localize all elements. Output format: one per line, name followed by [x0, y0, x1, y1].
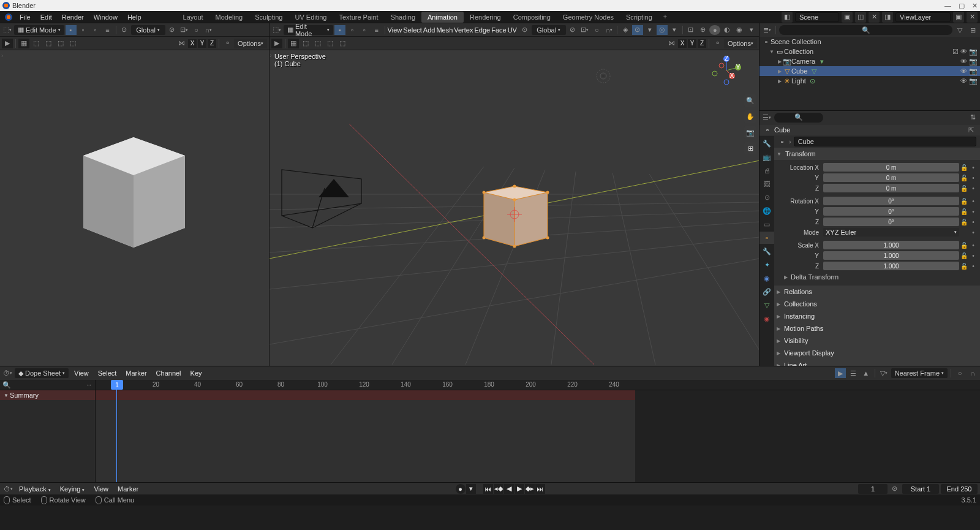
tab-particle-icon[interactable]: ✦	[760, 259, 774, 271]
collapse-icon[interactable]: ↔	[86, 381, 92, 388]
menu-icon[interactable]: ≡	[102, 25, 113, 35]
rotation-mode[interactable]: XYZ Euler▾	[823, 228, 959, 237]
automerge-icon-c[interactable]: ⚬	[712, 39, 723, 48]
viewlayer-del-icon[interactable]: ✕	[967, 12, 978, 23]
rot-x[interactable]: 0°	[823, 197, 959, 205]
proportional-icon[interactable]: ○	[191, 25, 202, 35]
sect-visibility[interactable]: ▶Visibility	[774, 335, 980, 347]
orientation-center[interactable]: Global ▾	[532, 25, 566, 35]
viewlayer-browse-icon[interactable]: ◨	[882, 12, 893, 23]
props-search[interactable]: 🔍	[774, 113, 823, 123]
dot-icon[interactable]: •	[969, 173, 978, 182]
dope-summ-icon[interactable]: ☰	[848, 368, 859, 378]
tab-constraint-icon[interactable]: 🔗	[760, 286, 774, 298]
maximize-button[interactable]: ▢	[959, 2, 965, 10]
proportional-type-icon-c[interactable]: ∩▾	[603, 25, 614, 35]
proportional-type-icon[interactable]: ∩▾	[203, 25, 214, 35]
xray-toggle-icon[interactable]: ⊡	[685, 25, 696, 35]
render-icon[interactable]: 📷	[969, 67, 978, 75]
viewlayer-new-icon[interactable]: ▣	[953, 12, 964, 23]
vis-gizmo-icon[interactable]: ◈	[620, 25, 631, 35]
scene-copy-icon[interactable]: ◫	[855, 12, 866, 23]
split-handle-icon[interactable]: ‹›	[270, 52, 272, 59]
tab-uvediting[interactable]: UV Editing	[288, 12, 333, 23]
mode-selector-left[interactable]: ▦ Edit Mode ▾	[14, 25, 64, 35]
render-icon[interactable]: 📷	[969, 48, 978, 56]
view-menu-vertex[interactable]: Vertex	[454, 26, 473, 34]
props-options-icon[interactable]: ⇅	[967, 113, 978, 123]
view-menu-face[interactable]: Face	[491, 26, 506, 34]
sel-d-icon[interactable]: ⬚	[67, 39, 78, 48]
delta-transform[interactable]: ▶Delta Transform	[777, 271, 978, 282]
loc-y[interactable]: 0 m	[823, 173, 959, 182]
new-collection-icon[interactable]: ⊞	[967, 25, 978, 35]
lock-icon[interactable]: 🔓	[960, 163, 968, 172]
outliner-cube[interactable]: ▶ ▽ Cube ▽ 👁📷	[760, 66, 980, 76]
disclosure-icon[interactable]: ▶	[778, 59, 782, 64]
dot-icon[interactable]: •	[969, 197, 978, 205]
lock-icon[interactable]: 🔓	[960, 262, 968, 270]
sel-1-icon-c[interactable]: ⬚	[300, 39, 311, 48]
tab-collection-icon[interactable]: ▭	[760, 218, 774, 230]
axis-y-btn[interactable]: Y	[198, 39, 206, 48]
snap-icon-c[interactable]: ⊘	[567, 25, 578, 35]
tab-modeling[interactable]: Modeling	[209, 12, 249, 23]
edge-select-icon[interactable]: ▫	[78, 25, 89, 35]
menu-help[interactable]: Help	[123, 12, 146, 22]
dope-channel[interactable]: Channel	[153, 368, 185, 378]
current-frame-field[interactable]: 1	[858, 484, 888, 494]
nav-gizmo[interactable]: Z Y X	[711, 55, 742, 86]
object-name-field[interactable]: Cube	[794, 137, 976, 146]
outliner-camera[interactable]: ▶ 📷 Camera ▾ 👁📷	[760, 56, 980, 66]
axis-z-c[interactable]: Z	[698, 39, 706, 48]
pan-icon[interactable]: ✋	[744, 110, 756, 123]
dope-cursor-icon[interactable]: ▶	[835, 368, 846, 378]
cursor-tool-icon[interactable]: ▶	[2, 39, 13, 48]
snap-type-icon-c[interactable]: ⊡▾	[579, 25, 590, 35]
options-dropdown-left[interactable]: Options ▾	[234, 39, 267, 48]
tab-render-icon[interactable]: 📺	[760, 151, 774, 163]
face-select-icon[interactable]: ▫	[90, 25, 101, 35]
view-menu-view[interactable]: View	[388, 26, 402, 34]
transform-header[interactable]: ▼Transform	[774, 148, 980, 160]
dot-icon[interactable]: •	[969, 218, 978, 226]
sect-relations[interactable]: ▶Relations	[774, 286, 980, 298]
scene-new-button[interactable]: ▣	[842, 12, 853, 23]
axis-z-btn[interactable]: Z	[208, 39, 216, 48]
editor-type-icon-c[interactable]: ⬚▾	[271, 25, 282, 35]
tab-scene-icon[interactable]: ⊙	[760, 191, 774, 203]
rot-z[interactable]: 0°	[823, 218, 959, 226]
autokey-icon[interactable]: ●	[456, 484, 466, 494]
dope-prop-icon[interactable]: ○	[954, 368, 965, 378]
eye-icon[interactable]: 👁	[960, 58, 967, 66]
shade-solid-icon[interactable]: ●	[709, 25, 720, 35]
options-dropdown-center[interactable]: Options ▾	[724, 39, 757, 48]
outliner-light[interactable]: ▶ ☀ Light ⊙ 👁📷	[760, 76, 980, 86]
dope-snap-mode[interactable]: Nearest Frame ▾	[891, 368, 948, 378]
menu-icon-c[interactable]: ≡	[371, 25, 382, 35]
view-menu-edge[interactable]: Edge	[474, 26, 490, 34]
snap-magnet-icon[interactable]: ⊘	[167, 25, 178, 35]
tab-geometrynodes[interactable]: Geometry Nodes	[557, 12, 620, 23]
camera-view-icon[interactable]: 📷	[744, 126, 756, 138]
sel-2-icon-c[interactable]: ⬚	[312, 39, 323, 48]
axis-y-c[interactable]: Y	[688, 39, 696, 48]
vert-select-icon[interactable]: ▪	[66, 25, 77, 35]
sect-collections[interactable]: ▶Collections	[774, 298, 980, 310]
tab-scripting[interactable]: Scripting	[620, 12, 658, 23]
shade-render-icon[interactable]: ◉	[734, 25, 745, 35]
minimize-button[interactable]: —	[944, 2, 951, 10]
dope-filter-icon[interactable]: ▽▾	[878, 368, 889, 378]
loc-x[interactable]: 0 m	[823, 163, 959, 172]
face-select-icon-c[interactable]: ▫	[359, 25, 370, 35]
eye-icon[interactable]: 👁	[960, 67, 967, 75]
tab-modifier-icon[interactable]: 🔧	[760, 245, 774, 257]
scale-x[interactable]: 1.000	[823, 241, 959, 249]
view-menu-select[interactable]: Select	[403, 26, 422, 34]
start-frame-field[interactable]: Start 1	[902, 484, 939, 494]
outliner-collection[interactable]: ▼ ▭ Collection ☑👁📷	[760, 47, 980, 56]
dot-icon[interactable]: •	[969, 241, 978, 249]
sel-box-icon-c[interactable]: ▦	[288, 39, 299, 48]
jump-end-icon[interactable]: ⏭	[535, 484, 545, 494]
view-menu-mesh[interactable]: Mesh	[436, 26, 453, 34]
